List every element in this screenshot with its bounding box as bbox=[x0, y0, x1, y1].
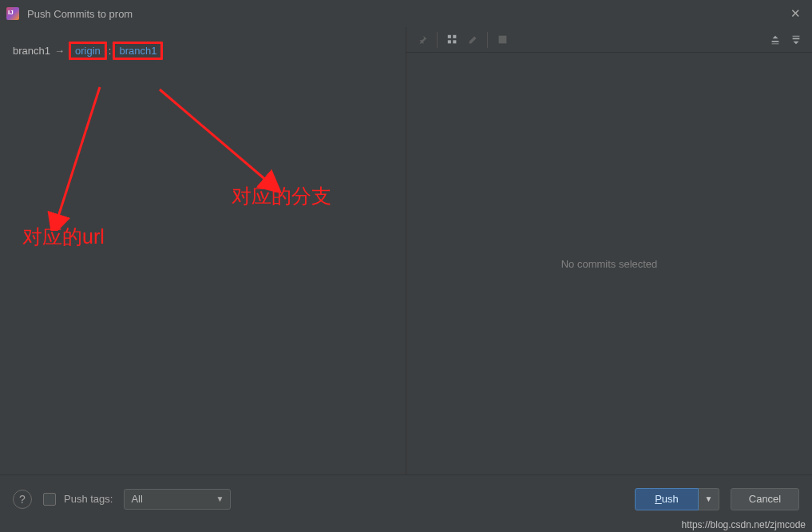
annotation-url-label: 对应的url bbox=[22, 224, 105, 250]
annotation-arrow-branch bbox=[148, 81, 299, 197]
tag-mode-value: All bbox=[131, 493, 142, 505]
pin-icon[interactable] bbox=[413, 30, 432, 50]
left-panel: branch1 → origin : branch1 对应的url 对应的分支 bbox=[0, 27, 406, 474]
remote-link[interactable]: origin bbox=[75, 45, 101, 57]
push-button[interactable]: Push bbox=[635, 488, 699, 510]
push-button-group: Push ▼ bbox=[635, 488, 719, 510]
right-body-empty: No commits selected bbox=[406, 53, 812, 474]
right-panel: No commits selected bbox=[406, 27, 812, 474]
grid-icon[interactable] bbox=[442, 30, 461, 50]
close-icon[interactable]: ✕ bbox=[786, 6, 806, 21]
window-title: Push Commits to prom bbox=[27, 8, 786, 20]
cancel-button[interactable]: Cancel bbox=[731, 488, 799, 510]
tag-mode-select[interactable]: All ▼ bbox=[124, 489, 231, 510]
push-tags-label: Push tags: bbox=[64, 493, 113, 505]
svg-rect-6 bbox=[498, 36, 506, 44]
target-branch-highlight: branch1 bbox=[113, 42, 163, 60]
svg-line-1 bbox=[160, 89, 267, 181]
chevron-down-icon: ▼ bbox=[216, 494, 224, 503]
app-icon bbox=[6, 7, 19, 20]
separator bbox=[437, 32, 438, 48]
local-branch-label: branch1 bbox=[13, 45, 50, 57]
arrow-icon: → bbox=[54, 45, 65, 57]
target-branch-link[interactable]: branch1 bbox=[119, 45, 156, 57]
push-tags-checkbox-group[interactable]: Push tags: bbox=[43, 493, 113, 506]
expand-all-icon[interactable] bbox=[766, 30, 785, 50]
annotation-branch-label: 对应的分支 bbox=[232, 183, 331, 209]
main-area: branch1 → origin : branch1 对应的url 对应的分支 bbox=[0, 27, 812, 474]
svg-rect-5 bbox=[453, 40, 456, 43]
push-button-label: Push bbox=[655, 493, 679, 505]
title-bar: Push Commits to prom ✕ bbox=[0, 0, 812, 27]
save-icon[interactable] bbox=[493, 30, 512, 50]
svg-line-0 bbox=[57, 87, 100, 219]
separator bbox=[487, 32, 488, 48]
svg-rect-4 bbox=[447, 40, 450, 43]
right-toolbar bbox=[406, 27, 812, 53]
remote-highlight: origin bbox=[69, 42, 107, 60]
collapse-all-icon[interactable] bbox=[786, 30, 806, 50]
svg-rect-3 bbox=[453, 35, 456, 38]
help-button[interactable]: ? bbox=[13, 490, 32, 509]
annotation-arrow-url bbox=[40, 79, 112, 231]
edit-icon[interactable] bbox=[463, 30, 482, 50]
push-tags-checkbox[interactable] bbox=[43, 493, 56, 506]
cancel-button-label: Cancel bbox=[749, 493, 781, 505]
push-split-dropdown[interactable]: ▼ bbox=[699, 488, 719, 510]
footer: ? Push tags: All ▼ Push ▼ Cancel bbox=[0, 474, 812, 522]
branch-row[interactable]: branch1 → origin : branch1 bbox=[0, 27, 406, 68]
svg-rect-2 bbox=[447, 35, 450, 38]
watermark-text: https://blog.csdn.net/zjmcode bbox=[682, 519, 806, 530]
no-commits-text: No commits selected bbox=[561, 258, 658, 270]
colon: : bbox=[109, 45, 112, 57]
